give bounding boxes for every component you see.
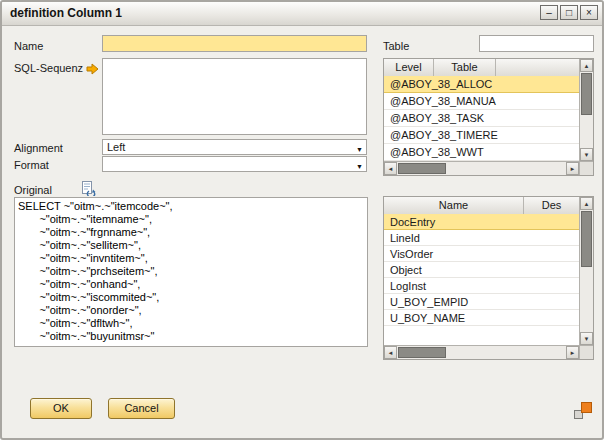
scroll-left-button[interactable]: ◄	[384, 162, 397, 175]
scrollbar-corner	[579, 345, 593, 359]
chevron-down-icon: ▼	[356, 160, 363, 174]
table-row[interactable]: @ABOY_38_WWT	[384, 144, 579, 161]
minimize-icon: –	[546, 8, 552, 18]
alignment-value: Left	[107, 141, 125, 153]
minimize-button[interactable]: –	[540, 5, 558, 20]
horizontal-scrollbar[interactable]: ◄ ►	[384, 345, 579, 359]
original-sql-textarea[interactable]: SELECT ~"oitm~.~"itemcode~", ~"oitm~.~"i…	[14, 197, 368, 347]
column-header-description: Des	[524, 197, 579, 214]
scroll-right-icon: ►	[570, 166, 576, 172]
format-dropdown[interactable]: ▼	[102, 156, 367, 172]
scroll-down-button[interactable]: ▼	[580, 148, 593, 161]
chevron-down-icon: ▼	[356, 143, 363, 157]
field-row[interactable]: DocEntry	[384, 214, 579, 230]
alignment-dropdown[interactable]: Left ▼	[102, 139, 367, 155]
name-input[interactable]	[102, 35, 367, 52]
scroll-up-button[interactable]: ▲	[580, 197, 593, 210]
table-label: Table	[383, 40, 409, 52]
scroll-right-button[interactable]: ►	[566, 162, 579, 175]
maximize-icon: □	[566, 8, 572, 18]
tables-grid: Level Table @ABOY_38_ALLOC @ABOY_38_MANU…	[383, 58, 594, 176]
field-row[interactable]: U_BOY_NAME	[384, 310, 579, 326]
fields-grid-body: DocEntry LineId VisOrder Object LogInst …	[384, 214, 579, 345]
document-refresh-icon[interactable]	[80, 180, 96, 198]
window-title: definition Column 1	[10, 2, 122, 25]
maximize-button[interactable]: □	[560, 5, 578, 20]
scrollbar-thumb[interactable]	[581, 211, 592, 267]
scroll-down-button[interactable]: ▼	[580, 332, 593, 345]
scrollbar-corner	[579, 161, 593, 175]
field-row[interactable]: VisOrder	[384, 246, 579, 262]
scroll-left-button[interactable]: ◄	[384, 346, 397, 359]
expand-form-button[interactable]	[574, 402, 592, 419]
field-row[interactable]: Object	[384, 262, 579, 278]
horizontal-scrollbar[interactable]: ◄ ►	[384, 161, 579, 175]
name-label: Name	[14, 40, 43, 52]
alignment-label: Alignment	[14, 142, 63, 154]
scroll-up-icon: ▲	[584, 201, 590, 207]
scroll-up-button[interactable]: ▲	[580, 59, 593, 72]
definition-column-dialog: definition Column 1 – □ × Name SQL-Seque…	[0, 0, 604, 440]
scroll-right-button[interactable]: ►	[566, 346, 579, 359]
scroll-right-icon: ►	[570, 350, 576, 356]
fields-grid-header: Name Des	[384, 197, 579, 215]
fields-grid: Name Des DocEntry LineId VisOrder Object…	[383, 196, 594, 360]
column-header-table: Table	[434, 59, 496, 76]
field-row[interactable]: U_BOY_EMPID	[384, 294, 579, 310]
scroll-left-icon: ◄	[388, 350, 394, 356]
sql-sequenz-label: SQL-Sequenz	[14, 62, 83, 74]
scroll-down-icon: ▼	[584, 336, 590, 342]
field-row[interactable]: LineId	[384, 230, 579, 246]
expand-orange-square-icon	[581, 402, 592, 413]
scrollbar-thumb[interactable]	[581, 73, 592, 115]
field-row[interactable]: LogInst	[384, 278, 579, 294]
column-header-level: Level	[384, 59, 434, 76]
vertical-scrollbar[interactable]: ▲ ▼	[579, 197, 593, 345]
ok-button[interactable]: OK	[30, 398, 92, 419]
sql-sequenz-textarea[interactable]	[102, 58, 367, 135]
format-label: Format	[14, 159, 49, 171]
table-row[interactable]: @ABOY_38_MANUA	[384, 93, 579, 110]
table-row[interactable]: @ABOY_38_TIMERE	[384, 127, 579, 144]
close-icon: ×	[586, 8, 592, 18]
vertical-scrollbar[interactable]: ▲ ▼	[579, 59, 593, 161]
scrollbar-thumb[interactable]	[398, 163, 446, 174]
table-row[interactable]: @ABOY_38_ALLOC	[384, 76, 579, 93]
scroll-left-icon: ◄	[388, 166, 394, 172]
column-header-name: Name	[384, 197, 524, 214]
link-arrow-icon[interactable]	[86, 63, 99, 77]
table-filter-input[interactable]	[479, 35, 594, 52]
scroll-down-icon: ▼	[584, 152, 590, 158]
tables-grid-body: @ABOY_38_ALLOC @ABOY_38_MANUA @ABOY_38_T…	[384, 76, 579, 161]
table-row[interactable]: @ABOY_38_TASK	[384, 110, 579, 127]
scroll-up-icon: ▲	[584, 63, 590, 69]
title-bar: definition Column 1 – □ ×	[2, 2, 602, 26]
close-button[interactable]: ×	[580, 5, 598, 20]
original-label: Original	[14, 184, 52, 196]
cancel-button[interactable]: Cancel	[108, 398, 175, 419]
tables-grid-header: Level Table	[384, 59, 579, 77]
column-header-blank	[496, 59, 579, 76]
window-controls: – □ ×	[540, 5, 598, 20]
scrollbar-thumb[interactable]	[398, 347, 446, 358]
